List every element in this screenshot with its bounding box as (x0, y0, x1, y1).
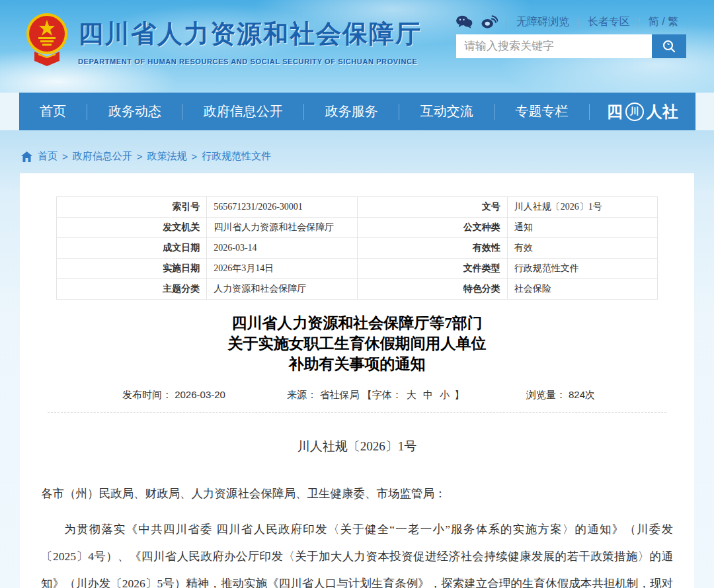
document-meta-table: 索引号 565671231/2026-30001 文号 川人社规〔2026〕1号… (56, 196, 658, 300)
document-body: 各市（州）民政局、财政局、人力资源社会保障局、卫生健康委、市场监管局： 为贯彻落… (40, 485, 674, 588)
search-icon (662, 39, 676, 54)
utility-divider: | (686, 17, 689, 28)
meta-label: 文号 (357, 197, 507, 218)
utility-bar: | 无障碍浏览 | 长者专区 | 简 / 繁 | (456, 15, 689, 29)
view-count: 浏览量： 824次 (526, 389, 595, 401)
breadcrumb-separator: > (192, 151, 198, 162)
publish-time-label: 发布时间： (122, 389, 172, 400)
table-row: 成文日期 2026-03-14 有效性 有效 (57, 238, 658, 259)
source-value: 省社保局 (320, 389, 360, 400)
search-input[interactable] (456, 34, 652, 58)
table-row: 实施日期 2026年3月14日 文件类型 行政规范性文件 (57, 259, 658, 279)
views-label: 浏览量： (526, 389, 566, 400)
meta-label: 索引号 (57, 197, 207, 218)
site-header: 四川省人力资源和社会保障厅 DEPARTMENT OF HUMAN RESOUR… (0, 0, 714, 93)
nav-item-special-columns[interactable]: 专题专栏 (495, 103, 589, 120)
utility-divider: | (577, 17, 580, 28)
table-row: 索引号 565671231/2026-30001 文号 川人社规〔2026〕1号 (57, 197, 658, 218)
title-line: 补助有关事项的通知 (40, 354, 674, 374)
site-brand[interactable]: 四川省人力资源和社会保障厅 DEPARTMENT OF HUMAN RESOUR… (25, 12, 422, 70)
national-emblem-icon (25, 12, 69, 70)
meta-value: 行政规范性文件 (507, 259, 657, 279)
breadcrumb: 首页 > 政府信息公开 > 政策法规 > 行政规范性文件 (20, 130, 694, 163)
font-size-large-button[interactable]: 大 (407, 389, 416, 400)
salutation: 各市（州）民政局、财政局、人力资源社会保障局、卫生健康委、市场监管局： (41, 485, 673, 501)
breadcrumb-info-disclosure[interactable]: 政府信息公开 (73, 150, 132, 163)
meta-value: 2026-03-14 (207, 238, 357, 259)
page-title: 四川省人力资源和社会保障厅等7部门 关于实施女职工生育休假期间用人单位 补助有关… (40, 313, 674, 374)
accessibility-link[interactable]: 无障碍浏览 (516, 15, 569, 29)
title-line: 四川省人力资源和社会保障厅等7部门 (40, 313, 674, 333)
search-button[interactable] (652, 34, 686, 58)
wechat-icon[interactable] (456, 15, 473, 29)
logo-text-left: 四 (607, 101, 623, 122)
meta-value: 社会保险 (507, 279, 657, 300)
font-size-label: 【字体： (362, 389, 402, 400)
document-meta-row: 发布时间： 2026-03-20 来源： 省社保局 【字体： 大 中 小 】 浏… (40, 389, 674, 401)
title-line: 关于实施女职工生育休假期间用人单位 (40, 333, 674, 354)
main-nav: 首页 政务动态 政府信息公开 政务服务 互动交流 专题专栏 四 川 人社 (19, 93, 695, 130)
meta-value: 2026年3月14日 (207, 259, 357, 279)
source-and-font-controls: 来源： 省社保局 【字体： 大 中 小 】 (287, 389, 464, 401)
search-bar (456, 34, 686, 58)
logo-text-right: 人社 (647, 101, 678, 122)
breadcrumb-separator: > (137, 151, 143, 162)
table-row: 发文机关 四川省人力资源和社会保障厅 公文种类 通知 (57, 218, 658, 238)
publish-time-value: 2026-03-20 (175, 389, 225, 400)
nav-item-services[interactable]: 政务服务 (304, 103, 399, 120)
page-background: 首页 > 政府信息公开 > 政策法规 > 行政规范性文件 索引号 5656712… (0, 130, 714, 588)
meta-label: 实施日期 (57, 259, 207, 279)
publish-time: 发布时间： 2026-03-20 (122, 389, 225, 401)
breadcrumb-policies[interactable]: 政策法规 (147, 150, 187, 163)
meta-value: 人力资源和社会保障厅 (207, 279, 357, 300)
logo-circle-icon: 川 (625, 103, 644, 121)
meta-value: 四川省人力资源和社会保障厅 (207, 218, 357, 238)
meta-value: 通知 (507, 218, 657, 238)
meta-value: 川人社规〔2026〕1号 (507, 197, 657, 218)
utility-divider: | (506, 17, 508, 28)
font-size-small-button[interactable]: 小 (440, 389, 450, 400)
elder-zone-link[interactable]: 长者专区 (588, 15, 630, 29)
table-row: 主题分类 人力资源和社会保障厅 特色分类 社会保险 (57, 279, 658, 300)
font-size-medium-button[interactable]: 中 (423, 389, 433, 400)
utility-divider: | (638, 17, 641, 28)
nav-item-home[interactable]: 首页 (19, 103, 87, 120)
document-panel: 索引号 565671231/2026-30001 文号 川人社规〔2026〕1号… (20, 173, 694, 588)
meta-value: 565671231/2026-30001 (207, 197, 357, 218)
simplified-traditional-toggle[interactable]: 简 / 繁 (649, 15, 678, 29)
source-label: 来源： (287, 389, 317, 400)
meta-label: 特色分类 (357, 279, 507, 300)
site-title: 四川省人力资源和社会保障厅 (78, 17, 422, 51)
meta-label: 文件类型 (357, 259, 507, 279)
meta-label: 发文机关 (57, 218, 207, 238)
divider (48, 412, 666, 413)
document-number: 川人社规〔2026〕1号 (40, 438, 674, 455)
breadcrumb-normative-documents[interactable]: 行政规范性文件 (202, 150, 271, 163)
site-subtitle: DEPARTMENT OF HUMAN RESOURCES AND SOCIAL… (78, 58, 422, 65)
weibo-icon[interactable] (481, 15, 498, 29)
body-paragraph: 为贯彻落实《中共四川省委 四川省人民政府印发〈关于健全“一老一小”服务体系的实施… (41, 516, 673, 588)
meta-label: 公文种类 (357, 218, 507, 238)
views-value: 824次 (569, 389, 595, 400)
sichuan-renshe-logo[interactable]: 四 川 人社 (590, 101, 695, 122)
breadcrumb-separator: > (62, 151, 68, 162)
nav-item-interaction[interactable]: 互动交流 (399, 103, 494, 120)
nav-item-info-disclosure[interactable]: 政府信息公开 (182, 103, 303, 120)
meta-label: 有效性 (357, 238, 507, 259)
breadcrumb-home[interactable]: 首页 (38, 150, 58, 163)
meta-label: 成文日期 (57, 238, 207, 259)
home-icon (21, 151, 32, 162)
nav-item-news[interactable]: 政务动态 (87, 103, 182, 120)
meta-value: 有效 (507, 238, 657, 259)
font-size-label-end: 】 (454, 389, 464, 400)
meta-label: 主题分类 (57, 279, 207, 300)
